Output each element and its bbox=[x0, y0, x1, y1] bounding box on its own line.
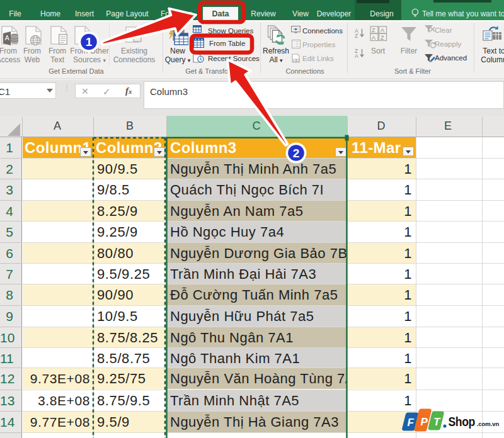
svg-text:.com.vn: .com.vn bbox=[477, 420, 500, 427]
svg-text:Shop: Shop bbox=[449, 414, 476, 429]
svg-text:2: 2 bbox=[293, 147, 300, 160]
svg-text:T: T bbox=[433, 416, 441, 428]
svg-text:1: 1 bbox=[86, 35, 93, 48]
svg-text:F: F bbox=[408, 417, 415, 429]
svg-text:P: P bbox=[421, 416, 428, 428]
